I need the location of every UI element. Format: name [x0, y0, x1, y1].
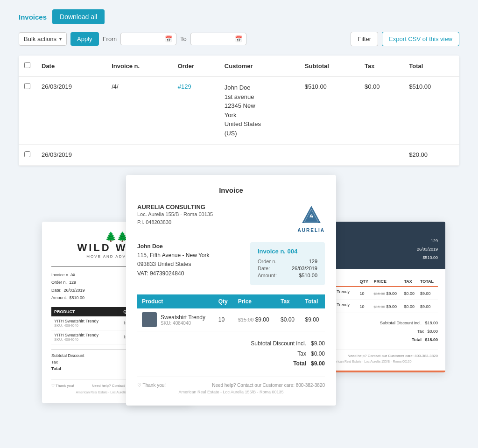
filter-button[interactable]: Filter	[351, 32, 378, 46]
list-item: Sweatshirt Trendy SKU: 4084040 10 $15.00…	[137, 308, 325, 331]
toolbar: Bulk actions ▾ Apply From 📅 To 📅 Filter …	[19, 32, 459, 46]
total-col-header: Total	[300, 294, 325, 308]
bulk-actions-dropdown[interactable]: Bulk actions ▾	[19, 32, 67, 46]
table-row: 26/03/2019 $20.00	[19, 145, 459, 166]
wildwood-thank-you: ♡ Thank you!	[51, 384, 74, 388]
apply-button[interactable]: Apply	[70, 32, 99, 46]
row-checkbox-2[interactable]	[24, 151, 30, 157]
product-tax: $0.00	[276, 308, 300, 331]
bulk-actions-label: Bulk actions	[24, 35, 56, 42]
date-from-input[interactable]: 📅	[120, 33, 176, 45]
chevron-down-icon: ▾	[59, 36, 62, 42]
product-name: Sweatshirt Trendy	[161, 314, 205, 321]
invoice-modal: Invoice AURELIA CONSULTING Loc. Aurelia …	[126, 175, 336, 406]
invoice-footer-contact: Need help? Contact our Customer care: 80…	[212, 383, 325, 388]
row-order-2	[172, 145, 219, 166]
invoice-thank-you: ♡ Thank you!	[137, 383, 166, 388]
row-total-1: $510.00	[403, 77, 459, 145]
invoices-table: Date Invoice n. Order Customer Subtotal …	[19, 56, 459, 166]
invoice-company-row: AURELIA CONSULTING Loc. Aurelia 155/B - …	[137, 203, 325, 233]
subtotal-column-header: Subtotal	[299, 56, 359, 77]
company-details: Loc. Aurelia 155/B - Roma 00135 P.I. 048…	[137, 210, 213, 226]
product-sku: SKU: 4084040	[161, 321, 205, 326]
customer-column-header: Customer	[219, 56, 299, 77]
company-name: AURELIA CONSULTING	[137, 203, 213, 210]
total-column-header: Total	[403, 56, 459, 77]
invoice-bill-row: John Doe 115, Fifth Avenue - New York 09…	[137, 242, 325, 285]
product-price-old: $15.00	[238, 317, 254, 322]
dark-total-col: TOTAL	[418, 277, 438, 287]
product-col-header: Product	[137, 294, 214, 308]
page-header: Invoices Download all	[19, 9, 459, 24]
row-subtotal-1: $510.00	[299, 77, 359, 145]
dark-tax-col: TAX	[402, 277, 418, 287]
invoice-subtotal-section: Subtotal Discount incl. $9.00 Tax $0.00 …	[137, 339, 325, 369]
order-column-header: Order	[172, 56, 219, 77]
ww-product-col: PRODUCT	[51, 307, 120, 316]
row-date-1: 26/03/2019	[36, 77, 106, 145]
invoices-table-container: Date Invoice n. Order Customer Subtotal …	[19, 56, 459, 166]
to-label: To	[180, 35, 187, 42]
invoice-footer: ♡ Thank you! Need help? Contact our Cust…	[137, 377, 325, 388]
row-tax-1: $0.00	[359, 77, 403, 145]
row-order-1[interactable]: #129	[178, 83, 191, 90]
price-col-header: Price	[233, 294, 276, 308]
row-subtotal-2	[299, 145, 359, 166]
tax-col-header: Tax	[276, 294, 300, 308]
svg-point-2	[310, 216, 312, 217]
invoice-previews-area: 🌲🌲 WILD WOOD MOVE AND ADVENTURE Invoice …	[19, 156, 459, 413]
download-all-button[interactable]: Download all	[52, 9, 105, 24]
product-image	[142, 312, 157, 327]
invoice-info-box: Invoice n. 004 Order n. 129 Date: 26/03/…	[250, 242, 325, 285]
bill-to: John Doe 115, Fifth Avenue - New York 09…	[137, 242, 210, 285]
row-checkbox-1[interactable]	[24, 83, 30, 89]
dark-qty-col: QTY	[358, 277, 372, 287]
row-customer-1: John Doe1st avenue12345 NewYorkUnited St…	[225, 83, 294, 138]
aurelia-logo: AURELIA	[298, 203, 325, 233]
product-qty: 10	[214, 308, 233, 331]
qty-col-header: Qty	[214, 294, 233, 308]
invoice-modal-title: Invoice	[137, 186, 325, 194]
row-date-2: 26/03/2019	[36, 145, 106, 166]
invoices-link[interactable]: Invoices	[19, 13, 47, 21]
date-to-input[interactable]: 📅	[190, 33, 246, 45]
calendar-icon-to: 📅	[235, 35, 242, 42]
aurelia-logo-svg	[300, 203, 323, 227]
invoice-n-column-header: Invoice n.	[106, 56, 172, 77]
product-price-new: $9.00	[255, 316, 269, 323]
select-all-checkbox[interactable]	[24, 62, 30, 68]
invoice-footer-address: American Real Estate - Loc Aurelia 155/B…	[137, 390, 325, 394]
from-label: From	[103, 35, 117, 42]
date-from-field[interactable]	[125, 36, 162, 42]
calendar-icon-from: 📅	[165, 35, 172, 42]
row-customer-2	[219, 145, 299, 166]
invoice-number: Invoice n. 004	[258, 248, 317, 255]
date-column-header: Date	[36, 56, 106, 77]
row-invoice-n-2	[106, 145, 172, 166]
dark-footer-contact: Need help? Contact our Customer care: 80…	[348, 354, 438, 358]
invoice-product-table: Product Qty Price Tax Total Sweatshirt T…	[137, 294, 325, 331]
row-tax-2	[359, 145, 403, 166]
row-invoice-n-1: /4/	[106, 77, 172, 145]
product-total: $9.00	[300, 308, 325, 331]
tax-column-header: Tax	[359, 56, 403, 77]
aurelia-logo-text: AURELIA	[298, 228, 325, 233]
dark-price-col: PRICE	[372, 277, 402, 287]
date-to-field[interactable]	[195, 36, 232, 42]
row-total-2: $20.00	[403, 145, 459, 166]
export-csv-button[interactable]: Export CSV of this view	[382, 32, 459, 46]
table-row: 26/03/2019 /4/ #129 John Doe1st avenue12…	[19, 77, 459, 145]
